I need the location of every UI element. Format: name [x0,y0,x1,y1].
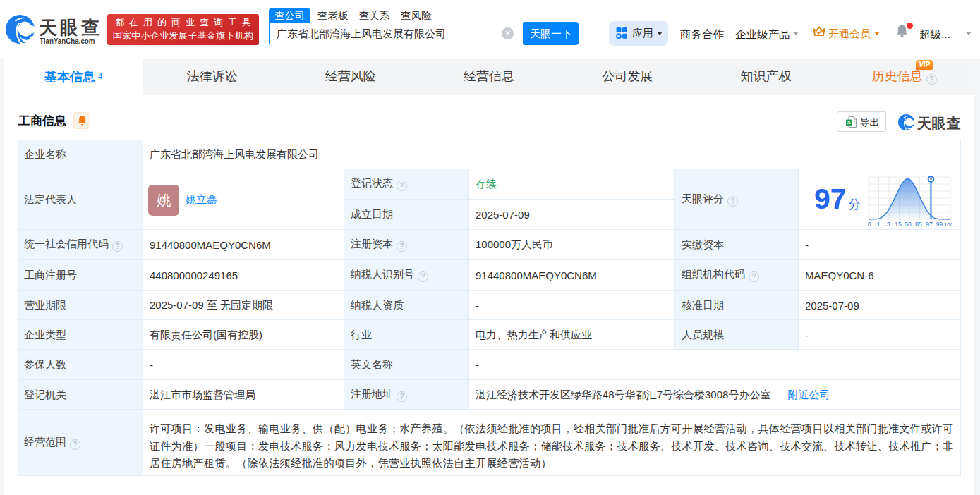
svg-text:97: 97 [926,221,933,228]
svg-text:100: 100 [944,221,952,228]
svg-text:X: X [847,119,852,126]
svg-text:3: 3 [887,221,890,228]
svg-text:0: 0 [868,221,871,228]
svg-text:99: 99 [936,221,943,228]
svg-text:85: 85 [915,221,922,228]
svg-text:1: 1 [877,221,881,228]
svg-text:15: 15 [895,221,902,228]
svg-text:50: 50 [905,221,912,228]
